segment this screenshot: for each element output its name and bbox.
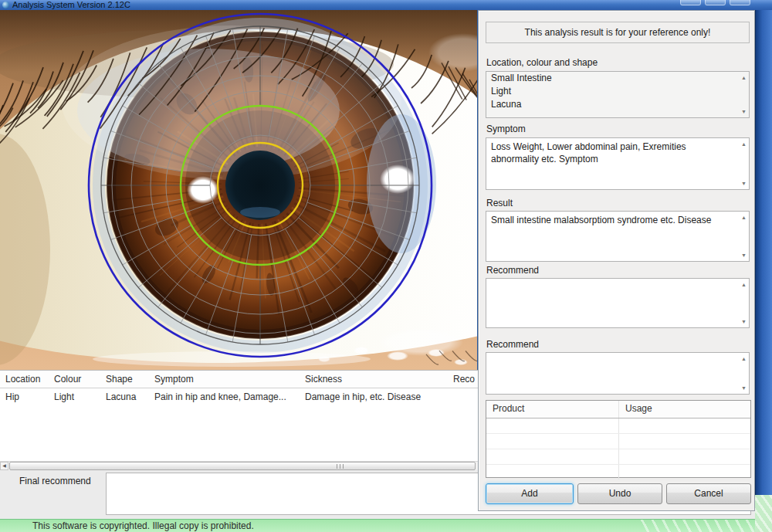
table-cell bbox=[486, 449, 619, 464]
column-header[interactable]: Usage bbox=[619, 401, 750, 418]
table-row[interactable] bbox=[486, 449, 750, 465]
result-label: Result bbox=[486, 198, 513, 208]
scroll-down-icon[interactable]: ▼ bbox=[741, 319, 747, 324]
table-row[interactable] bbox=[486, 465, 750, 480]
recommend-label: Recommend bbox=[486, 265, 539, 276]
close-button[interactable] bbox=[730, 0, 750, 5]
add-button[interactable]: Add bbox=[486, 483, 574, 504]
scrollbar-grip-icon bbox=[337, 464, 345, 469]
table-cell: Hip bbox=[0, 391, 49, 402]
table-cell: Pain in hip and knee, Damage... bbox=[149, 391, 300, 402]
recommend-text-2 bbox=[486, 353, 749, 357]
app-icon bbox=[2, 2, 9, 8]
product-table-body bbox=[486, 418, 750, 480]
scroll-up-icon[interactable]: ▲ bbox=[741, 356, 747, 361]
result-textbox[interactable]: Small intestine malabsorptiom syndrome e… bbox=[486, 211, 750, 262]
scroll-up-icon[interactable]: ▲ bbox=[741, 282, 747, 287]
status-text: This software is copyrighted. Illegal co… bbox=[32, 520, 254, 532]
desktop-background bbox=[755, 10, 772, 495]
final-recommend-label: Final recommend bbox=[19, 476, 91, 486]
table-cell bbox=[619, 449, 750, 464]
scroll-left-button[interactable]: ◀ bbox=[0, 462, 8, 470]
status-bar: This software is copyrighted. Illegal co… bbox=[0, 519, 755, 532]
scroll-down-icon[interactable]: ▼ bbox=[741, 385, 747, 391]
list-item[interactable]: Lacuna bbox=[486, 98, 749, 111]
recommend-textbox-1[interactable]: ▲ ▼ bbox=[486, 278, 750, 328]
table-cell bbox=[486, 434, 619, 449]
table-cell bbox=[619, 465, 750, 479]
window-titlebar[interactable]: Analysis System Version 2.12C bbox=[0, 0, 772, 10]
table-cell bbox=[619, 434, 750, 449]
recommend-textbox-2[interactable]: ▲ ▼ bbox=[486, 352, 750, 395]
status-bar-decoration bbox=[639, 520, 755, 532]
eye-analysis-image[interactable] bbox=[0, 10, 477, 370]
list-item[interactable]: Small Intestine bbox=[486, 72, 749, 85]
symptom-label: Symptom bbox=[486, 124, 526, 134]
column-header[interactable]: Location bbox=[0, 374, 49, 385]
column-header[interactable]: Product bbox=[486, 401, 619, 418]
window-controls bbox=[680, 0, 750, 5]
table-row[interactable] bbox=[486, 434, 750, 449]
table-cell bbox=[486, 418, 619, 433]
table-cell: Lacuna bbox=[100, 391, 149, 402]
recommend-label: Recommend bbox=[486, 339, 539, 350]
location-label: Location, colour and shape bbox=[486, 57, 598, 68]
recommend-text-1 bbox=[486, 279, 749, 283]
column-header[interactable]: Symptom bbox=[149, 374, 300, 385]
location-listbox[interactable]: ▲ ▼ Small IntestineLightLacuna bbox=[486, 71, 750, 118]
cancel-button[interactable]: Cancel bbox=[666, 483, 751, 504]
scroll-up-icon[interactable]: ▲ bbox=[741, 141, 747, 147]
reference-notice: This analysis result is for your referen… bbox=[486, 22, 750, 43]
table-cell bbox=[619, 418, 750, 433]
table-cell: Damage in hip, etc. Disease bbox=[300, 391, 448, 402]
column-header[interactable]: Sickness bbox=[300, 374, 448, 385]
undo-button[interactable]: Undo bbox=[577, 483, 662, 504]
symptom-textbox[interactable]: Loss Weight, Lower abdominal pain, Exrem… bbox=[486, 137, 750, 190]
scroll-up-icon[interactable]: ▲ bbox=[741, 75, 747, 80]
maximize-button[interactable] bbox=[705, 0, 726, 5]
scroll-up-icon[interactable]: ▲ bbox=[741, 215, 747, 220]
column-header[interactable]: Colour bbox=[49, 374, 100, 385]
eye-photo-canvas bbox=[0, 10, 477, 370]
product-table-header: ProductUsage bbox=[486, 401, 750, 418]
product-usage-table[interactable]: ProductUsage bbox=[486, 400, 751, 478]
scrollbar-thumb[interactable] bbox=[9, 462, 476, 470]
table-row[interactable] bbox=[486, 418, 750, 434]
desktop: Analysis System Version 2.12C bbox=[0, 0, 772, 532]
minimize-button[interactable] bbox=[680, 0, 701, 5]
analysis-panel: This analysis result is for your referen… bbox=[478, 10, 755, 511]
desktop-wallpaper-corner bbox=[755, 495, 772, 532]
symptom-text: Loss Weight, Lower abdominal pain, Exrem… bbox=[486, 138, 749, 168]
column-header[interactable]: Shape bbox=[100, 374, 149, 385]
result-text: Small intestine malabsorptiom syndrome e… bbox=[486, 212, 749, 229]
window-title: Analysis System Version 2.12C bbox=[12, 0, 130, 10]
scroll-down-icon[interactable]: ▼ bbox=[741, 181, 747, 186]
table-cell bbox=[486, 465, 619, 479]
scroll-down-icon[interactable]: ▼ bbox=[741, 109, 747, 114]
list-item[interactable]: Light bbox=[486, 85, 749, 98]
table-cell: Light bbox=[49, 391, 100, 402]
scroll-down-icon[interactable]: ▼ bbox=[741, 252, 747, 258]
